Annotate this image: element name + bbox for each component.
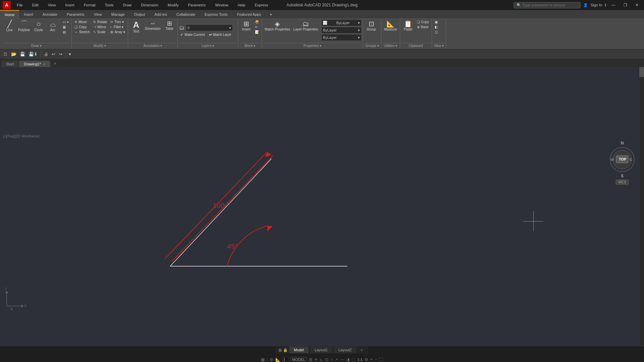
menu-view[interactable]: View	[45, 2, 59, 8]
rotate-button[interactable]: ↻Rotate	[92, 19, 108, 24]
menu-format[interactable]: Format	[80, 2, 99, 8]
rectangle-button[interactable]: ▭▾	[61, 19, 70, 24]
selection-button[interactable]: ⬚	[352, 357, 355, 362]
arc-button[interactable]: ⌓ Arc	[46, 19, 59, 33]
vertical-scrollbar[interactable]	[639, 67, 644, 345]
menu-file[interactable]: File	[13, 2, 26, 8]
maximize-button[interactable]: ❐	[621, 2, 630, 8]
minimize-button[interactable]: —	[609, 2, 618, 8]
add-layout-button[interactable]: +	[358, 346, 366, 354]
polar-button[interactable]: ⊡	[325, 357, 328, 362]
tab-start[interactable]: Start	[1, 61, 18, 67]
tab-output[interactable]: Output	[129, 10, 150, 18]
make-current-button[interactable]: ✔ Make Current	[179, 32, 206, 37]
close-button[interactable]: ✕	[633, 2, 641, 8]
tab-addins[interactable]: Add-ins	[150, 10, 172, 18]
match-layer-button[interactable]: ⇄ Match Layer	[208, 32, 233, 37]
new-button[interactable]: 🗋	[2, 51, 9, 57]
command-input[interactable]: ▏	[282, 356, 288, 362]
menu-draw[interactable]: Draw	[119, 2, 135, 8]
wcs-label[interactable]: WCS	[616, 180, 628, 185]
layer-properties-button[interactable]: 🗂 Layer Properties	[292, 19, 319, 32]
ortho-button[interactable]: ⊾	[320, 357, 323, 362]
tab-manage[interactable]: Manage	[107, 10, 129, 18]
save-button[interactable]: 💾	[18, 51, 26, 57]
menu-dimension[interactable]: Dimension	[138, 2, 162, 8]
zoom-out-button[interactable]: −	[375, 357, 377, 362]
menu-window[interactable]: Window	[212, 2, 232, 8]
sheet-set-icon[interactable]: ▦	[278, 348, 282, 352]
saveas-button[interactable]: 💾⬇	[27, 51, 39, 57]
lineweight-dropdown[interactable]: ByLayer ▾	[321, 34, 362, 41]
polyline-button[interactable]: ⌒ Polyline	[17, 19, 31, 33]
paste-button[interactable]: 📋 Paste	[401, 19, 415, 32]
sign-in-link[interactable]: Sign In	[591, 3, 602, 7]
hatch-button[interactable]: ▦	[61, 24, 70, 29]
tab-featured-apps[interactable]: Featured Apps	[232, 10, 266, 18]
viewcube[interactable]: N W E TOP S WCS	[607, 141, 637, 184]
tab-insert[interactable]: Insert	[19, 10, 38, 18]
tab-home[interactable]: Home	[0, 10, 19, 18]
snap-button[interactable]: ✛	[314, 357, 318, 362]
trim-button[interactable]: ✂Trim ▾	[109, 19, 126, 24]
linetype-dropdown[interactable]: ByLayer ▾	[321, 27, 362, 34]
define-attrib-button[interactable]: 📝	[254, 29, 260, 35]
array-button[interactable]: ⊞Array ▾	[109, 29, 126, 35]
block-editor-button[interactable]: ✏	[254, 24, 260, 29]
color-dropdown[interactable]: ByLayer ▾	[321, 19, 362, 26]
text-button[interactable]: A Text	[129, 19, 143, 34]
move-button[interactable]: ✛Move	[73, 19, 91, 24]
fillet-button[interactable]: ⌐Fillet ▾	[109, 24, 126, 29]
redo-button[interactable]: ↪	[57, 51, 64, 57]
dynamic-input-button[interactable]: ↗	[335, 357, 338, 362]
dimension-button[interactable]: ↔ Dimension	[144, 19, 162, 32]
base-button[interactable]: ⊕Base	[416, 24, 430, 29]
menu-modify[interactable]: Modify	[164, 2, 182, 8]
mirror-button[interactable]: ⊣Mirror	[92, 24, 108, 29]
settings-button[interactable]: ⚙	[365, 357, 368, 362]
tab-collaborate[interactable]: Collaborate	[172, 10, 200, 18]
insert-button[interactable]: ⊞ Insert	[239, 19, 253, 32]
zoom-in-button[interactable]: +	[370, 357, 373, 362]
command-icon2[interactable]: ⚙	[270, 357, 273, 362]
create-block-button[interactable]: 📦	[254, 19, 260, 24]
undo-button[interactable]: ↩	[50, 51, 57, 57]
measure-button[interactable]: 📐 Measure	[383, 19, 398, 32]
search-bar[interactable]: 🔍 Type a keyword or phrase	[514, 2, 581, 8]
gradient-button[interactable]: ▤	[61, 29, 70, 35]
menu-express[interactable]: Express	[251, 2, 271, 8]
stretch-button[interactable]: ↔Stretch	[73, 29, 91, 35]
tab-annotate[interactable]: Annotate	[38, 10, 62, 18]
tab-parametric[interactable]: Parametric	[62, 10, 89, 18]
tab-more[interactable]: ▸	[266, 10, 277, 18]
match-properties-button[interactable]: ◈ Match Properties	[263, 19, 291, 32]
model-tab[interactable]: Model	[289, 347, 309, 353]
lineweight-button[interactable]: —	[340, 357, 344, 362]
scale-button[interactable]: ⤡Scale	[92, 29, 108, 35]
fullscreen-button[interactable]: ⛶	[379, 357, 383, 362]
customize-button[interactable]: ▾	[67, 51, 72, 57]
menu-edit[interactable]: Edit	[29, 2, 42, 8]
layer-dropdown[interactable]: 0 ▾	[186, 24, 233, 31]
lock-icon[interactable]: 🔒	[283, 348, 288, 352]
tab-drawing1[interactable]: Drawing1* ✕	[19, 61, 50, 67]
menu-help[interactable]: Help	[234, 2, 249, 8]
tab-view[interactable]: View	[89, 10, 107, 18]
copy-button[interactable]: ❑Copy	[73, 24, 91, 29]
copy-clipboard-button[interactable]: ❑Copy	[416, 19, 430, 24]
tab-express-tools[interactable]: Express Tools	[200, 10, 232, 18]
transparency-button[interactable]: ◑	[346, 357, 350, 362]
layout2-tab[interactable]: Layout2	[334, 347, 356, 353]
tab-drawing1-close[interactable]: ✕	[43, 62, 46, 66]
command-icon1[interactable]: ▦	[261, 357, 265, 362]
table-button[interactable]: ⊞ Table	[163, 19, 176, 32]
open-button[interactable]: 📂	[10, 51, 18, 57]
group-button[interactable]: ⊡ Group	[365, 19, 378, 32]
menu-insert[interactable]: Insert	[62, 2, 78, 8]
view-btn1[interactable]: ▣	[433, 19, 439, 24]
grid-button[interactable]: ⊞	[309, 357, 312, 362]
view-btn3[interactable]: ◫	[433, 29, 439, 35]
view-btn2[interactable]: ◧	[433, 24, 439, 29]
circle-button[interactable]: ○ Circle	[32, 19, 45, 33]
osnap-button[interactable]: ○	[330, 357, 333, 362]
